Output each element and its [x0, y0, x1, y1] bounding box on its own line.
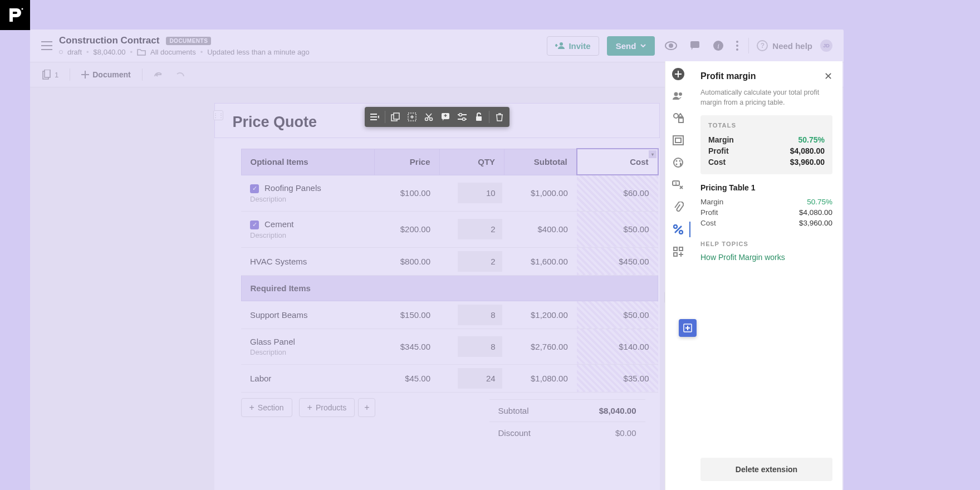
- table-row[interactable]: Support Beams $150.00 $1,200.00 $50.00: [241, 301, 658, 329]
- table-row[interactable]: ✓CementDescription $200.00 $400.00 $50.0…: [241, 211, 658, 247]
- svg-point-31: [675, 164, 677, 165]
- preview-icon[interactable]: [663, 39, 679, 52]
- totals-block: Subtotal$8,040.00 Discount$0.00: [489, 399, 645, 444]
- help-icon: ?: [757, 40, 768, 51]
- info-icon[interactable]: i: [710, 38, 726, 53]
- svg-rect-11: [45, 70, 50, 77]
- checkbox-icon[interactable]: ✓: [250, 184, 259, 193]
- qty-input[interactable]: [458, 368, 502, 389]
- col-cost[interactable]: Cost▾: [577, 149, 658, 175]
- checkbox-icon[interactable]: ✓: [250, 220, 259, 229]
- qty-input[interactable]: [458, 183, 502, 203]
- add-products-button[interactable]: +Products: [299, 398, 355, 417]
- invite-button[interactable]: Invite: [547, 36, 599, 56]
- help-link[interactable]: How Profit Margin works: [700, 253, 832, 262]
- panel-title: Profit margin: [700, 71, 756, 81]
- lock-icon[interactable]: [471, 109, 487, 125]
- rail-attachments-icon[interactable]: [668, 197, 688, 217]
- svg-rect-25: [679, 118, 683, 122]
- svg-text:$: $: [674, 181, 677, 186]
- rail-apps-icon[interactable]: [668, 242, 688, 262]
- floating-add-button[interactable]: [679, 319, 697, 337]
- app-header: Construction Contract DOCUMENTS draft • …: [30, 30, 844, 62]
- cut-icon[interactable]: [421, 109, 437, 125]
- col-subtotal[interactable]: Subtotal: [504, 149, 577, 175]
- column-menu-icon[interactable]: ▾: [649, 150, 656, 158]
- brand-logo: [0, 0, 30, 30]
- rail-add-button[interactable]: [672, 68, 684, 80]
- qty-input[interactable]: [458, 336, 502, 357]
- add-plus-button[interactable]: +: [358, 398, 375, 417]
- totals-card: TOTALS Margin50.75% Profit$4,080.00 Cost…: [700, 115, 832, 174]
- add-section-button[interactable]: +Section: [241, 398, 292, 417]
- svg-rect-27: [675, 138, 681, 143]
- add-document-button[interactable]: Document: [77, 67, 135, 82]
- redo-button[interactable]: [171, 67, 189, 82]
- col-items[interactable]: Optional Items: [241, 149, 374, 175]
- svg-text:i: i: [718, 42, 720, 50]
- svg-point-9: [736, 48, 738, 51]
- rows-icon[interactable]: [367, 109, 383, 125]
- pricing-table-title: Pricing Table 1: [700, 183, 832, 192]
- svg-rect-26: [673, 136, 683, 145]
- col-price[interactable]: Price: [374, 149, 439, 175]
- svg-rect-4: [690, 41, 699, 48]
- rail-people-icon[interactable]: [668, 86, 688, 106]
- need-help-button[interactable]: ?Need help: [757, 40, 812, 51]
- invite-icon: [555, 42, 565, 50]
- add-block-icon[interactable]: [404, 109, 420, 125]
- svg-point-18: [459, 114, 462, 116]
- section-row: Required Items: [241, 275, 658, 301]
- document-title: Construction Contract: [59, 35, 159, 46]
- svg-point-19: [462, 118, 465, 121]
- add-comment-icon[interactable]: [438, 109, 453, 125]
- pages-button[interactable]: 1: [38, 66, 63, 83]
- panel-description: Automatically calculate your total profi…: [700, 88, 832, 107]
- table-row[interactable]: ✓Roofing PanelsDescription $100.00 $1,00…: [241, 175, 658, 211]
- svg-rect-20: [476, 116, 482, 121]
- qty-input[interactable]: [458, 305, 502, 325]
- table-row[interactable]: Glass PanelDescription $345.00 $2,760.00…: [241, 329, 658, 364]
- profit-margin-panel: Profit margin ✕ Automatically calculate …: [690, 61, 842, 490]
- svg-point-28: [674, 158, 683, 167]
- chevron-down-icon: [640, 44, 646, 47]
- folder-icon: [137, 48, 146, 56]
- rail-shapes-icon[interactable]: [668, 108, 688, 128]
- rail-profit-margin-icon[interactable]: [668, 219, 688, 239]
- settings-icon[interactable]: [454, 109, 470, 125]
- rail-theme-icon[interactable]: [668, 153, 688, 173]
- svg-point-16: [429, 118, 432, 121]
- menu-icon[interactable]: [41, 41, 52, 50]
- rail-variables-icon[interactable]: $: [668, 175, 688, 195]
- undo-button[interactable]: [149, 67, 167, 82]
- col-qty[interactable]: QTY: [439, 149, 504, 175]
- table-header-row: Optional Items Price QTY Subtotal Cost▾: [241, 149, 658, 175]
- plus-icon: [81, 71, 89, 79]
- svg-rect-36: [674, 247, 677, 251]
- status-label: draft: [67, 48, 82, 56]
- more-icon[interactable]: [734, 38, 741, 53]
- comments-icon[interactable]: [687, 38, 703, 53]
- qty-input[interactable]: [458, 219, 502, 239]
- svg-point-0: [22, 8, 23, 10]
- table-row[interactable]: HVAC Systems $800.00 $1,600.00 $450.00: [241, 247, 658, 275]
- svg-point-22: [674, 92, 678, 96]
- svg-rect-38: [674, 253, 677, 256]
- send-button[interactable]: Send: [607, 36, 655, 56]
- amount-label: $8,040.00: [94, 48, 126, 56]
- status-dot-icon: [59, 50, 63, 54]
- location-label[interactable]: All documents: [150, 48, 196, 56]
- qty-input[interactable]: [458, 251, 502, 272]
- duplicate-icon[interactable]: [388, 109, 403, 125]
- document-page: ⋮⋮ Price Quote Op: [214, 103, 660, 490]
- quote-title[interactable]: Price Quote: [233, 114, 317, 131]
- close-icon[interactable]: ✕: [824, 70, 832, 82]
- pages-icon: [42, 70, 51, 80]
- table-row[interactable]: Labor $45.00 $1,080.00 $35.00: [241, 364, 658, 392]
- delete-extension-button[interactable]: Delete extension: [700, 458, 832, 481]
- user-avatar[interactable]: JD: [820, 40, 832, 52]
- document-meta: draft • $8,040.00 • All documents • Upda…: [59, 48, 540, 56]
- drag-handle-icon[interactable]: ⋮⋮: [213, 110, 223, 120]
- delete-icon[interactable]: [492, 109, 507, 125]
- rail-layout-icon[interactable]: [668, 130, 688, 150]
